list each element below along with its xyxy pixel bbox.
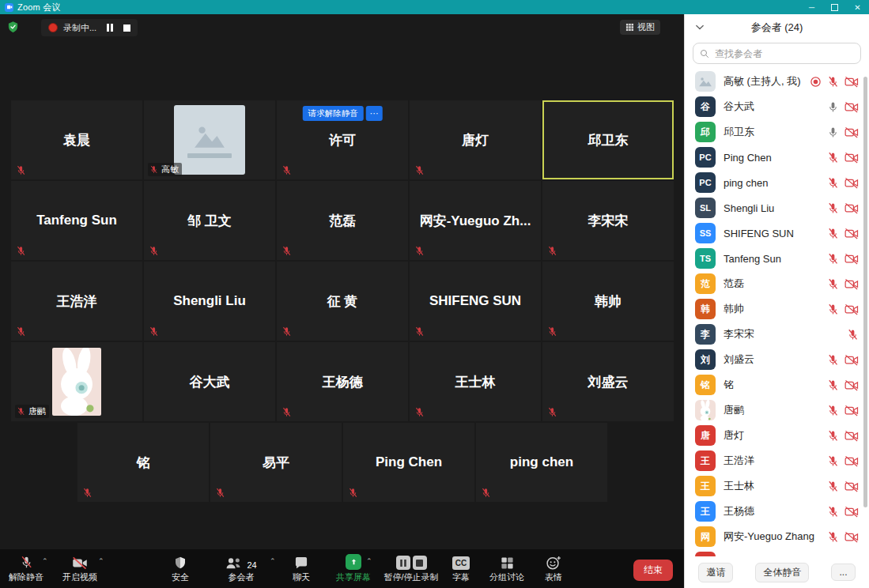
video-tile[interactable]: 铭 (77, 423, 209, 502)
close-icon[interactable]: ✕ (846, 0, 869, 14)
video-tile[interactable]: 网安-Yueguo Zh... (410, 181, 541, 260)
video-tile[interactable]: Shengli Liu (144, 262, 275, 341)
video-tile[interactable]: 谷大武 (144, 342, 275, 421)
participant-row[interactable]: 高敏 (主持人, 我) (685, 69, 869, 94)
mic-muted-icon (348, 488, 358, 498)
tile-more-button[interactable]: ⋯ (366, 106, 383, 121)
video-tile[interactable]: 范磊 (277, 181, 408, 260)
video-tile[interactable]: SHIFENG SUN (410, 262, 541, 341)
window-title: Zoom 会议 (17, 2, 61, 13)
participant-row[interactable]: 刘刘盛云 (685, 347, 869, 372)
participant-row[interactable]: TSTanfeng Sun (685, 246, 869, 271)
video-tile[interactable]: 王浩洋 (11, 262, 142, 341)
mic-options-chevron-icon[interactable]: ⌃ (42, 557, 48, 565)
minimize-icon[interactable]: ─ (800, 0, 823, 14)
mic-muted-icon (827, 177, 839, 189)
security-shield-icon[interactable] (7, 21, 19, 36)
participants-chevron-icon[interactable]: ⌃ (270, 557, 276, 565)
pause-icon[interactable] (396, 556, 410, 570)
security-button[interactable]: 安全 (157, 553, 204, 583)
video-tile[interactable]: 唐鹂 (11, 342, 142, 421)
breakout-rooms-button[interactable]: 分组讨论 (479, 553, 535, 583)
panel-chevron-down-icon[interactable] (696, 23, 704, 32)
participant-row[interactable]: 李李宋宋 (685, 322, 869, 347)
video-tile[interactable]: Tanfeng Sun (11, 181, 142, 260)
tile-participant-name: 征 黄 (277, 262, 408, 341)
participant-row[interactable]: 铭铭 (685, 372, 869, 398)
participant-row[interactable]: 范范磊 (685, 271, 869, 296)
video-tile[interactable]: 袁晨 (11, 100, 142, 179)
participant-row[interactable]: SSSHIFENG SUN (685, 220, 869, 246)
avatar: 范 (695, 273, 716, 294)
participants-button[interactable]: 24 参会者 (216, 553, 266, 583)
request-unmute-button[interactable]: 请求解除静音 (303, 106, 364, 121)
stop-icon[interactable] (413, 556, 427, 570)
participant-row[interactable]: 唐唐灯 (685, 423, 869, 448)
video-options-chevron-icon[interactable]: ⌃ (98, 557, 104, 565)
mic-muted-icon (827, 202, 839, 214)
participant-row[interactable]: 网网安-Yueguo Zhang (685, 524, 869, 549)
participant-row[interactable]: 唐鹂 (685, 398, 869, 423)
participant-name: 邱卫东 (724, 125, 827, 139)
scrollbar-thumb[interactable] (863, 77, 867, 507)
participant-name: 谷大武 (724, 100, 827, 114)
participant-row[interactable]: 王王浩洋 (685, 448, 869, 473)
camera-off-icon (844, 228, 859, 239)
mic-muted-icon (16, 246, 26, 256)
video-tile[interactable]: 高敏 (144, 100, 275, 179)
camera-off-icon (844, 506, 859, 518)
mic-muted-icon (547, 246, 557, 256)
mic-muted-icon (827, 481, 839, 492)
video-tile[interactable]: 韩帅 (542, 262, 674, 341)
avatar: 王 (695, 450, 716, 471)
participant-row[interactable]: 王 (685, 549, 869, 556)
participant-row[interactable]: 王王士林 (685, 473, 869, 499)
participant-search-input[interactable] (713, 47, 854, 60)
participant-row[interactable]: SLShengli Liu (685, 195, 869, 220)
participants-panel-header: 参会者 (24) (685, 14, 869, 40)
video-tile[interactable]: 邹 卫文 (144, 181, 275, 260)
avatar: SS (695, 223, 716, 243)
view-button[interactable]: 视图 (620, 20, 660, 35)
participant-row[interactable]: PCPing Chen (685, 145, 869, 170)
video-tile[interactable]: 许可请求解除静音⋯ (277, 100, 408, 179)
avatar: 李 (695, 324, 716, 345)
video-tile[interactable]: 刘盛云 (542, 342, 674, 421)
video-tile[interactable]: 王士林 (410, 342, 541, 421)
mic-muted-icon (827, 405, 839, 416)
reactions-button[interactable]: 表情 (530, 553, 577, 583)
video-tile[interactable]: Ping Chen (343, 423, 474, 502)
video-tile[interactable]: ping chen (476, 423, 607, 502)
mic-muted-icon (827, 278, 839, 290)
video-tile[interactable]: 王杨德 (277, 342, 408, 421)
video-tile[interactable]: 邱卫东 (542, 100, 674, 179)
participant-row[interactable]: 谷谷大武 (685, 94, 869, 119)
video-tile[interactable]: 易平 (210, 423, 342, 502)
video-tile[interactable]: 唐灯 (410, 100, 541, 179)
pause-recording-icon[interactable] (107, 24, 113, 32)
participants-panel-footer: 邀请 全体静音 ... (685, 556, 869, 588)
invite-button[interactable]: 邀请 (698, 563, 733, 582)
mic-muted-icon (16, 165, 26, 175)
participants-panel: 参会者 (24) 高敏 (主持人, 我)谷谷大武邱邱卫东PCPing ChenP… (684, 14, 869, 588)
start-video-button[interactable]: 开启视频 (57, 553, 103, 583)
end-meeting-button[interactable]: 结束 (633, 560, 673, 581)
camera-off-icon (844, 430, 859, 442)
mic-muted-icon (547, 246, 557, 256)
participant-row[interactable]: 邱邱卫东 (685, 119, 869, 145)
maximize-icon[interactable] (823, 0, 846, 14)
tile-participant-name: 邱卫东 (542, 100, 674, 179)
captions-button[interactable]: CC 字幕 (437, 553, 485, 583)
video-tile[interactable]: 李宋宋 (542, 181, 674, 260)
participant-row[interactable]: PCping chen (685, 170, 869, 195)
chat-button[interactable]: 聊天 (278, 553, 325, 583)
participant-row[interactable]: 韩韩帅 (685, 296, 869, 322)
participant-name: SHIFENG SUN (724, 228, 827, 239)
mute-all-button[interactable]: 全体静音 (755, 563, 809, 582)
participant-name: 网安-Yueguo Zhang (724, 530, 827, 544)
participant-search-box[interactable] (693, 43, 861, 64)
participant-row[interactable]: 王王杨德 (685, 499, 869, 524)
stop-recording-icon[interactable] (123, 24, 130, 32)
video-tile[interactable]: 征 黄 (277, 262, 408, 341)
more-options-button[interactable]: ... (831, 564, 855, 581)
